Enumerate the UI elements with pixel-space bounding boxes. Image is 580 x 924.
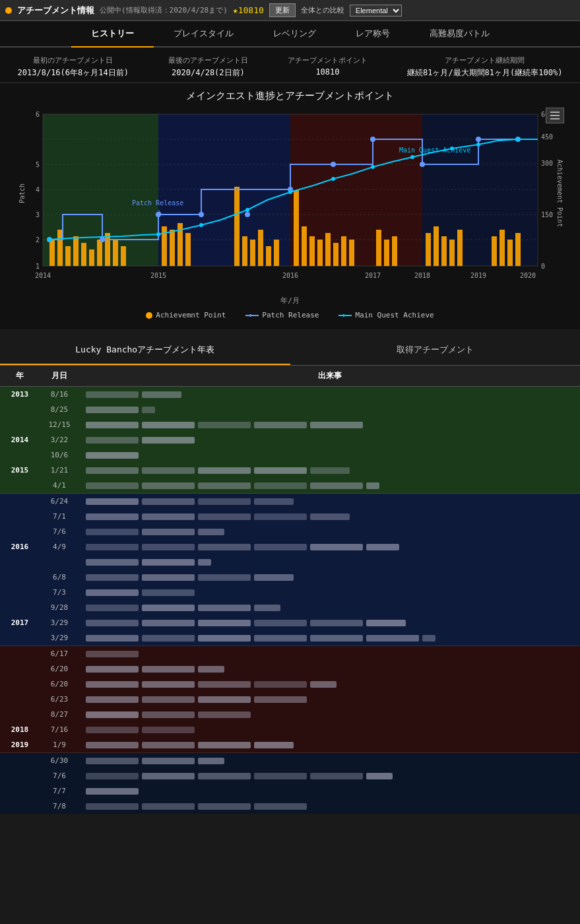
table-row: 6/17 [0,646,580,662]
date-cell: 7/1 [40,509,79,524]
event-cell [79,676,580,692]
date-cell: 6/17 [40,646,79,662]
legend-patch-release: Patch Release [245,311,319,319]
date-cell [40,554,79,570]
compare-select[interactable]: Elemental [350,5,402,16]
date-cell: 7/6 [40,524,79,539]
date-cell: 8/27 [40,707,79,722]
year-cell: 2013 [0,387,40,403]
year-cell [0,799,40,814]
svg-text:2019: 2019 [470,272,486,279]
year-cell: 2014 [0,432,40,447]
svg-text:Achievement Point: Achievement Point [556,160,564,227]
date-cell: 6/8 [40,570,79,585]
date-cell: 7/3 [40,585,79,600]
svg-rect-62 [384,240,389,266]
event-cell [79,402,580,417]
legend-line-cyan [338,315,352,316]
year-cell [0,524,40,539]
svg-rect-69 [492,236,497,266]
legend-achieve-point: Achievemnt Point [146,311,226,319]
table-row: 7/1 [0,509,580,524]
year-cell [0,585,40,600]
stat-duration: アチーブメント継続期間 継続81ヶ月/最大期間81ヶ月(継続率100%) [407,55,562,79]
date-cell: 3/29 [40,615,79,630]
update-button[interactable]: 更新 [269,3,296,17]
tab-playstyle[interactable]: プレイスタイル [154,21,253,46]
svg-text:2017: 2017 [364,272,380,279]
svg-point-82 [476,137,481,142]
svg-point-77 [245,212,250,217]
date-cell: 3/22 [40,432,79,447]
event-cell [79,463,580,478]
svg-point-88 [199,223,203,227]
svg-rect-42 [121,246,126,266]
section-tab-timeline[interactable]: Lucky Banchoアチーブメント年表 [0,336,290,365]
date-cell: 3/29 [40,630,79,646]
nav-tabs: ヒストリー プレイスタイル レベリング レア称号 高難易度バトル [0,21,580,48]
year-cell [0,630,40,646]
svg-text:3: 3 [35,211,39,218]
table-row: 7/6 [0,768,580,783]
tab-rare-title[interactable]: レア称号 [336,21,410,46]
event-cell [79,630,580,646]
table-row: 3/29 [0,630,580,646]
date-cell: 9/28 [40,600,79,615]
table-row: 7/3 [0,585,580,600]
date-cell: 4/1 [40,478,79,494]
tab-history[interactable]: ヒストリー [71,21,154,46]
date-cell: 10/6 [40,447,79,463]
svg-text:Main Quest Achieve: Main Quest Achieve [399,147,470,154]
year-cell [0,661,40,676]
svg-rect-40 [105,233,110,266]
svg-rect-33 [49,240,55,266]
event-cell [79,570,580,585]
year-cell [0,402,40,417]
svg-text:2016: 2016 [282,272,298,279]
tab-hard-battle[interactable]: 高難易度バトル [410,21,509,46]
year-cell [0,494,40,510]
svg-rect-46 [185,233,191,266]
chart-legend: Achievemnt Point Patch Release Main Ques… [13,311,567,319]
event-cell [79,387,580,403]
year-cell [0,600,40,615]
event-cell [79,447,580,463]
date-cell: 6/20 [40,661,79,676]
date-cell: 4/9 [40,539,79,554]
compare-label: 全体との比較 [301,5,344,15]
svg-point-81 [420,162,425,167]
event-cell [79,554,580,570]
svg-point-76 [199,212,204,217]
table-row: 9/28 [0,600,580,615]
table-row: 6/8 [0,570,580,585]
event-cell [79,524,580,539]
table-row: 20164/9 [0,539,580,554]
svg-text:150: 150 [541,211,553,218]
chart-menu-icon[interactable] [546,108,564,123]
table-row: 10/6 [0,447,580,463]
event-cell [79,432,580,447]
svg-text:Patch: Patch [18,183,26,203]
year-cell: 2015 [0,463,40,478]
year-cell [0,554,40,570]
svg-rect-36 [73,236,79,266]
section-tab-achievements[interactable]: 取得アチーブメント [290,336,581,365]
svg-text:1: 1 [35,263,39,270]
date-cell: 1/21 [40,463,79,478]
event-cell [79,509,580,524]
svg-text:Patch Release: Patch Release [132,199,183,207]
svg-rect-56 [317,240,323,266]
menu-line-3 [550,118,560,119]
svg-rect-35 [65,246,71,266]
svg-text:0: 0 [541,263,545,270]
svg-rect-55 [309,236,315,266]
svg-rect-53 [294,190,299,266]
year-cell [0,676,40,692]
tab-leveling[interactable]: レベリング [253,21,336,46]
menu-line-1 [550,112,560,113]
svg-text:5: 5 [35,161,39,168]
section-tabs: Lucky Banchoアチーブメント年表 取得アチーブメント [0,336,580,366]
svg-point-74 [100,237,105,242]
svg-rect-59 [341,236,346,266]
year-cell: 2017 [0,615,40,630]
